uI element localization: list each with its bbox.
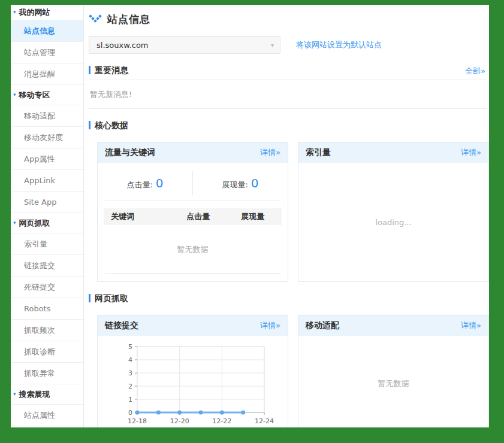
core-data-section-title: 核心数据 <box>95 120 128 131</box>
col-clicks: 点击量 <box>170 211 226 222</box>
sidebar-group-header[interactable]: ▾我的网站 <box>11 5 83 20</box>
sidebar-item[interactable]: 站点管理 <box>11 42 83 63</box>
sidebar-nav: ▾我的网站站点信息站点管理消息提醒▾移动专区移动适配移动友好度App属性AppL… <box>11 5 84 427</box>
site-selector-row: sl.souxw.com ▾ 将该网站设置为默认站点 <box>89 36 487 54</box>
site-select-dropdown[interactable]: sl.souxw.com ▾ <box>89 36 280 54</box>
mobile-adapt-empty-text: 暂无数据 <box>298 336 488 427</box>
collapse-arrow-icon: ▾ <box>13 220 16 226</box>
page-title: 站点信息 <box>107 13 150 26</box>
collapse-arrow-icon: ▾ <box>13 9 16 15</box>
sidebar-item[interactable]: Robots <box>11 298 83 320</box>
collapse-arrow-icon: ▾ <box>13 92 16 98</box>
svg-text:5: 5 <box>128 343 132 351</box>
svg-text:12-24: 12-24 <box>255 417 274 425</box>
core-data-cards-row: 流量与关键词 详情» 点击量:0 展现量:0 关键词 点击量 展现量 <box>97 142 487 282</box>
col-keyword: 关键词 <box>106 211 170 222</box>
sidebar-group-header[interactable]: ▾网页抓取 <box>11 213 83 233</box>
impressions-stat: 展现量:0 <box>193 176 288 190</box>
section-accent-bar <box>89 121 90 129</box>
index-card-header: 索引量 详情» <box>298 142 488 163</box>
index-detail-link[interactable]: 详情» <box>461 147 481 158</box>
mobile-adapt-card-header: 移动适配 详情» <box>298 315 488 336</box>
index-loading-text: loading... <box>298 163 488 281</box>
svg-text:3: 3 <box>128 369 132 377</box>
svg-text:2: 2 <box>128 383 132 390</box>
divider <box>105 201 280 201</box>
page-header: 站点信息 <box>89 11 487 28</box>
clicks-stat: 点击量:0 <box>98 176 192 190</box>
app-window: ▾我的网站站点信息站点管理消息提醒▾移动专区移动适配移动友好度App属性AppL… <box>11 5 489 427</box>
impressions-stat-value: 0 <box>251 176 259 190</box>
messages-section-title: 重要消息 <box>95 65 128 75</box>
sidebar-item[interactable]: AppLink <box>11 170 83 192</box>
main-content: 站点信息 sl.souxw.com ▾ 将该网站设置为默认站点 重要消息 全部»… <box>84 5 489 427</box>
svg-text:12-22: 12-22 <box>212 417 231 425</box>
link-submit-detail-link[interactable]: 详情» <box>260 320 280 331</box>
clicks-stat-value: 0 <box>156 176 164 190</box>
sidebar-item[interactable]: Site App <box>11 192 83 213</box>
col-impressions: 展现量 <box>226 211 279 222</box>
clicks-stat-label: 点击量: <box>126 180 152 189</box>
sidebar-group-label: 搜索展现 <box>19 389 50 400</box>
link-submit-card-title: 链接提交 <box>105 320 138 331</box>
messages-empty-text: 暂无新消息! <box>89 80 487 109</box>
sidebar-item[interactable]: 移动友好度 <box>11 127 83 148</box>
sidebar-item[interactable]: 站点信息 <box>11 20 83 42</box>
sidebar-item[interactable]: App属性 <box>11 148 83 170</box>
sidebar-item[interactable]: 索引量 <box>11 233 83 255</box>
sidebar-item[interactable]: 抓取频次 <box>11 320 83 341</box>
line-chart: 01234512-1812-2012-2212-24 <box>112 342 286 427</box>
sidebar-group-header[interactable]: ▾移动专区 <box>11 85 83 105</box>
site-select-value: sl.souxw.com <box>96 41 271 50</box>
svg-text:1: 1 <box>128 396 132 403</box>
sidebar-group-label: 移动专区 <box>19 90 50 101</box>
sidebar-item[interactable]: 消息提醒 <box>11 63 83 85</box>
core-data-section-header: 核心数据 <box>89 120 487 135</box>
section-accent-bar <box>89 66 90 74</box>
index-volume-card: 索引量 详情» loading... <box>298 142 489 282</box>
crawl-section-header: 网页抓取 <box>89 293 487 308</box>
set-default-site-link[interactable]: 将该网站设置为默认站点 <box>296 40 382 50</box>
all-messages-link[interactable]: 全部» <box>465 66 485 77</box>
sidebar-item[interactable]: 死链提交 <box>11 277 83 298</box>
site-info-logo-icon <box>89 14 102 25</box>
sidebar-item[interactable]: 站点属性 <box>11 405 83 426</box>
sidebar-group-label: 网页抓取 <box>19 218 50 229</box>
sidebar-group-header[interactable]: ▾搜索展现 <box>11 384 83 405</box>
index-card-title: 索引量 <box>306 147 331 158</box>
collapse-arrow-icon: ▾ <box>13 391 16 397</box>
sidebar-item[interactable]: 链接提交 <box>11 255 83 277</box>
chevron-down-icon: ▾ <box>271 42 274 48</box>
sidebar-group-label: 我的网站 <box>19 7 50 18</box>
mobile-adapt-detail-link[interactable]: 详情» <box>461 320 481 331</box>
mobile-adapt-card-title: 移动适配 <box>306 320 339 331</box>
traffic-detail-link[interactable]: 详情» <box>260 147 280 158</box>
link-submit-card: 链接提交 详情» 01234512-1812-2012-2212-24 <box>97 315 288 427</box>
sidebar-item[interactable]: 移动适配 <box>11 105 83 127</box>
traffic-card-title: 流量与关键词 <box>105 147 155 158</box>
svg-text:0: 0 <box>128 409 132 417</box>
keywords-table-header: 关键词 点击量 展现量 <box>104 208 282 225</box>
keywords-empty-text: 暂无数据 <box>98 225 288 273</box>
link-submit-card-header: 链接提交 详情» <box>98 315 288 336</box>
sidebar-item[interactable]: 抓取异常 <box>11 363 83 384</box>
impressions-stat-label: 展现量: <box>222 180 248 189</box>
divider <box>105 273 280 274</box>
svg-text:12-20: 12-20 <box>170 417 189 425</box>
mobile-adapt-card: 移动适配 详情» 暂无数据 <box>298 315 489 427</box>
svg-text:12-18: 12-18 <box>128 417 147 425</box>
svg-text:4: 4 <box>128 356 132 364</box>
traffic-card-header: 流量与关键词 详情» <box>98 142 288 163</box>
messages-section-header: 重要消息 全部» <box>89 65 487 80</box>
link-submit-chart: 01234512-1812-2012-2212-24 <box>98 336 288 427</box>
section-accent-bar <box>89 294 90 302</box>
crawl-cards-row: 链接提交 详情» 01234512-1812-2012-2212-24 移动适配… <box>97 315 487 427</box>
sidebar-item[interactable]: 抓取诊断 <box>11 341 83 363</box>
traffic-keywords-card: 流量与关键词 详情» 点击量:0 展现量:0 关键词 点击量 展现量 <box>97 142 288 282</box>
traffic-stats-row: 点击量:0 展现量:0 <box>98 166 288 201</box>
crawl-section-title: 网页抓取 <box>95 293 128 304</box>
